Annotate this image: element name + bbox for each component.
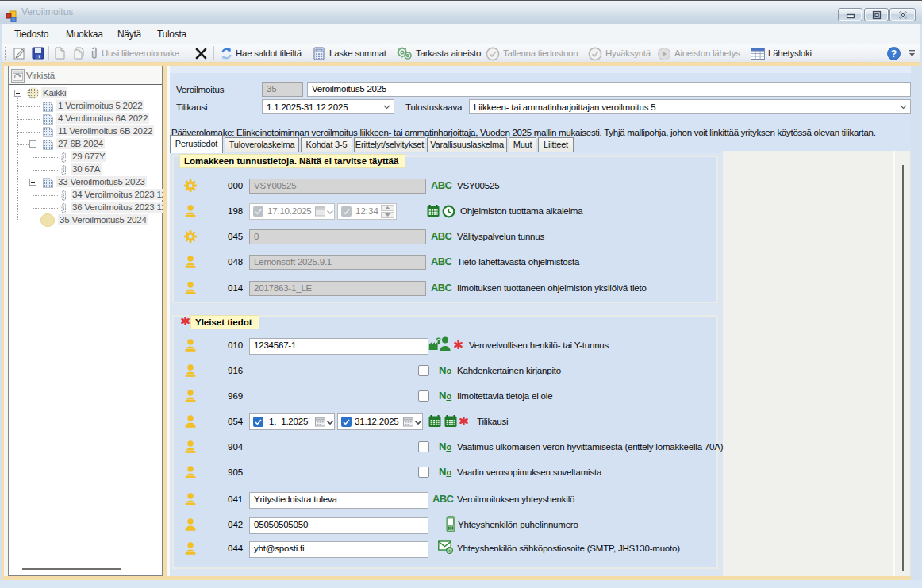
svg-text:?: ? bbox=[891, 48, 897, 60]
svg-text:@: @ bbox=[447, 547, 453, 554]
